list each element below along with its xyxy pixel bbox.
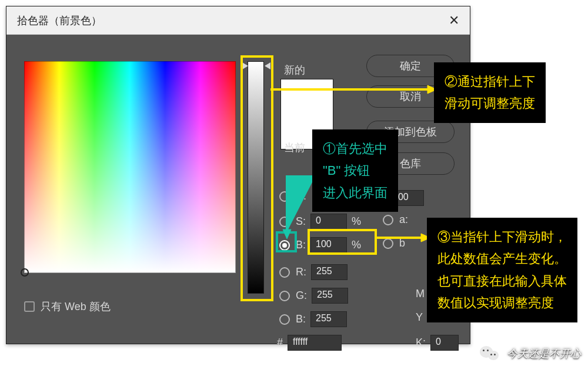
brightness-slider-thumb[interactable] [243,62,269,70]
annotation-3-line2: 此处数值会产生变化。 [437,248,567,269]
input-k[interactable]: 0 [430,335,459,351]
label-hex: # [277,337,283,349]
close-icon[interactable]: ✕ [449,13,459,28]
label-g: G: [296,290,307,302]
annotation-3: ③当指针上下滑动时， 此处数值会产生变化。 也可直接在此输入具体 数值以实现调整… [427,218,577,322]
annotation-1: ①首先选中 "B" 按钮 进入此界面 [312,129,398,212]
row-g: G: 255 [279,288,348,304]
row-y: Y [416,311,423,324]
dialog-content: 新的 当前 确定 取消 添加到色板 色库 H: S: 0 % B: 100 % … [6,35,470,344]
label-new: 新的 [284,63,305,77]
label-b-rgb: B: [296,313,306,325]
annotation-3-line3: 也可直接在此输入具体 [437,270,567,292]
arrow-2 [268,84,438,95]
titlebar: 拾色器（前景色） ✕ [6,6,470,35]
radio-r[interactable] [279,267,290,278]
row-m: M [416,288,425,300]
row-r: R: 255 [279,264,348,280]
row-b-rgb: B: 255 [279,311,347,327]
row-hex: # ffffff [277,335,342,351]
label-y: Y [416,311,423,324]
arrow-3 [373,232,432,244]
label-m: M [416,288,425,300]
watermark: 今天还是不开心 [479,345,581,362]
radio-b-hsb[interactable] [279,240,290,251]
label-k: K: [416,337,426,349]
label-b-hsb: B: [296,239,306,251]
annotation-1-line2: "B" 按钮 [323,159,387,181]
label-current: 当前 [284,141,305,155]
unit-b-hsb: % [352,239,361,251]
unit-s: % [352,215,361,228]
web-only-checkbox[interactable]: 只有 Web 颜色 [24,300,111,314]
input-hex[interactable]: ffffff [288,335,342,351]
radio-a[interactable] [383,215,393,225]
color-field[interactable] [24,61,236,273]
annotation-2-line1: ②通过指针上下 [445,71,535,92]
watermark-text: 今天还是不开心 [507,347,581,361]
annotation-2-line2: 滑动可调整亮度 [445,92,535,114]
input-r[interactable]: 255 [311,264,348,280]
color-field-cursor[interactable] [21,268,29,277]
annotation-3-line4: 数值以实现调整亮度 [437,292,567,314]
checkbox-icon[interactable] [24,301,35,312]
input-b-rgb[interactable]: 255 [310,311,347,327]
radio-b-rgb[interactable] [279,314,290,325]
annotation-3-line1: ③当指针上下滑动时， [437,226,567,248]
web-only-label: 只有 Web 颜色 [41,300,111,314]
label-r: R: [296,266,306,278]
brightness-slider[interactable] [248,61,264,294]
row-b-hsb: B: 100 % [279,237,361,253]
wechat-icon [479,345,502,362]
row-k: K: 0 [416,335,459,351]
row-a: a: [383,214,408,226]
radio-g[interactable] [279,291,290,301]
dialog-title: 拾色器（前景色） [17,14,102,28]
annotation-1-line3: 进入此界面 [323,182,387,204]
color-picker-dialog: 拾色器（前景色） ✕ 新的 当前 确定 取消 添加到色板 色库 H: S: 0 … [6,6,470,344]
annotation-2: ②通过指针上下 滑动可调整亮度 [434,62,546,123]
label-a: a: [399,214,408,226]
svg-marker-2 [283,229,291,239]
input-b-hsb[interactable]: 100 [310,237,347,253]
annotation-1-line1: ①首先选中 [323,138,387,159]
input-g[interactable]: 255 [312,288,348,304]
